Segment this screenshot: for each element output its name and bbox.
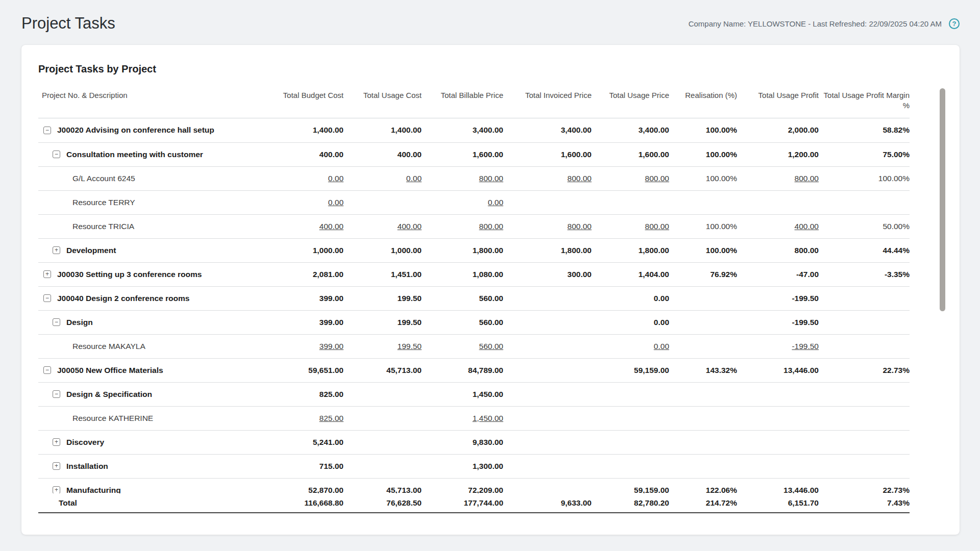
vertical-scrollbar-thumb[interactable]: [940, 88, 945, 311]
empty-cell: [592, 190, 669, 214]
drilldown-link[interactable]: 0.00: [488, 198, 503, 207]
drilldown-link[interactable]: 800.00: [479, 174, 503, 183]
table-row: −J00040 Design 2 conference rooms399.001…: [38, 286, 910, 310]
row-label: Resource KATHERINE: [72, 414, 153, 423]
cell-value: 2,000.00: [788, 126, 819, 134]
drilldown-link[interactable]: 800.00: [568, 174, 592, 183]
expand-icon[interactable]: +: [53, 486, 60, 493]
drilldown-link[interactable]: 800.00: [645, 222, 669, 231]
row-label: Design: [66, 318, 93, 327]
cell-value: 100.00%: [706, 246, 737, 255]
expand-icon[interactable]: +: [53, 462, 60, 470]
empty-cell: [503, 406, 592, 430]
empty-cell: [503, 430, 592, 454]
empty-cell: [737, 454, 819, 478]
expand-icon[interactable]: +: [43, 270, 51, 278]
expand-icon[interactable]: +: [53, 438, 60, 446]
collapse-icon[interactable]: −: [53, 390, 60, 398]
drilldown-link[interactable]: 399.00: [320, 342, 344, 350]
row-label: J00030 Setting up 3 conference rooms: [57, 270, 202, 279]
empty-cell: [592, 382, 669, 406]
cell-value: 199.50: [398, 318, 422, 327]
column-header-8: Total Usage Profit Margin %: [819, 90, 910, 118]
cell-value: -199.50: [792, 294, 819, 303]
drilldown-link[interactable]: 800.00: [645, 174, 669, 183]
drilldown-link[interactable]: 1,450.00: [473, 414, 503, 422]
row-label: Discovery: [66, 438, 104, 447]
cell-value: 75.00%: [883, 150, 910, 159]
cell-value: 143.32%: [706, 366, 737, 374]
cell-value: 560.00: [479, 318, 503, 327]
empty-cell: [592, 406, 669, 430]
drilldown-link[interactable]: 825.00: [320, 414, 344, 422]
drilldown-link[interactable]: 560.00: [479, 342, 503, 350]
cell-value: 1,400.00: [313, 126, 344, 134]
empty-cell: [669, 286, 737, 310]
empty-cell: [344, 454, 422, 478]
cell-value: 100.00%: [878, 174, 910, 183]
row-label: Consultation meeting with customer: [66, 150, 203, 159]
total-label: Total: [38, 493, 262, 513]
drilldown-link[interactable]: 0.00: [328, 198, 344, 207]
collapse-icon[interactable]: −: [53, 151, 60, 158]
empty-cell: [503, 310, 592, 334]
collapse-icon[interactable]: −: [43, 127, 51, 134]
cell-value: 0.00: [654, 294, 669, 303]
cell-value: -3.35%: [885, 270, 910, 279]
drilldown-link[interactable]: 0.00: [328, 174, 344, 183]
table-row: Resource KATHERINE825.001,450.00: [38, 406, 910, 430]
cell-value: 13,446.00: [783, 366, 819, 374]
empty-cell: [819, 190, 910, 214]
help-icon[interactable]: ?: [949, 18, 960, 29]
drilldown-link[interactable]: 800.00: [479, 222, 503, 231]
empty-cell: [344, 190, 422, 214]
empty-cell: [669, 190, 737, 214]
cell-value: 3,400.00: [561, 126, 592, 134]
top-bar: Project Tasks Company Name: YELLOWSTONE …: [0, 0, 980, 35]
collapse-icon[interactable]: −: [43, 294, 51, 302]
collapse-icon[interactable]: −: [43, 366, 51, 374]
report-card: Project Tasks by Project Project No. & D…: [21, 45, 960, 535]
drilldown-link[interactable]: 800.00: [568, 222, 592, 231]
drilldown-link[interactable]: 400.00: [795, 222, 819, 231]
empty-cell: [503, 190, 592, 214]
cell-value: 52,870.00: [308, 486, 344, 494]
cell-value: 1,000.00: [391, 246, 422, 255]
drilldown-link[interactable]: 0.00: [406, 174, 422, 183]
drilldown-link[interactable]: 0.00: [654, 342, 669, 350]
empty-cell: [669, 334, 737, 358]
empty-cell: [819, 430, 910, 454]
cell-value: 1,800.00: [473, 246, 503, 255]
cell-value: 1,000.00: [313, 246, 344, 255]
drilldown-link[interactable]: 400.00: [320, 222, 344, 231]
table-row: Resource TRICIA400.00400.00800.00800.008…: [38, 214, 910, 238]
empty-cell: [592, 454, 669, 478]
cell-value: 84,789.00: [468, 366, 503, 374]
drilldown-link[interactable]: -199.50: [792, 342, 819, 350]
empty-cell: [503, 454, 592, 478]
cell-value: 76.92%: [710, 270, 737, 279]
cell-value: 58.82%: [883, 126, 910, 134]
cell-value: 1,600.00: [639, 150, 669, 159]
empty-cell: [503, 286, 592, 310]
drilldown-link[interactable]: 800.00: [795, 174, 819, 183]
cell-value: 560.00: [479, 294, 503, 303]
cell-value: 1,404.00: [639, 270, 669, 279]
cell-value: -47.00: [796, 270, 819, 279]
row-label: Resource MAKAYLA: [72, 342, 145, 351]
report-heading: Project Tasks by Project: [38, 63, 943, 75]
drilldown-link[interactable]: 199.50: [398, 342, 422, 350]
collapse-icon[interactable]: −: [53, 318, 60, 326]
cell-value: -199.50: [792, 318, 819, 327]
expand-icon[interactable]: +: [53, 246, 60, 254]
table-row: −Design & Specification825.001,450.00: [38, 382, 910, 406]
table-row: −J00020 Advising on conference hall setu…: [38, 118, 910, 142]
table-row: G/L Account 62450.000.00800.00800.00800.…: [38, 166, 910, 190]
cell-value: 400.00: [398, 150, 422, 159]
table-row: Resource TERRY0.000.00: [38, 190, 910, 214]
cell-value: 715.00: [320, 462, 344, 470]
row-label: J00020 Advising on conference hall setup: [57, 126, 214, 135]
drilldown-link[interactable]: 400.00: [398, 222, 422, 231]
table-scroll-area[interactable]: −J00020 Advising on conference hall setu…: [38, 118, 943, 493]
cell-value: 300.00: [568, 270, 592, 279]
